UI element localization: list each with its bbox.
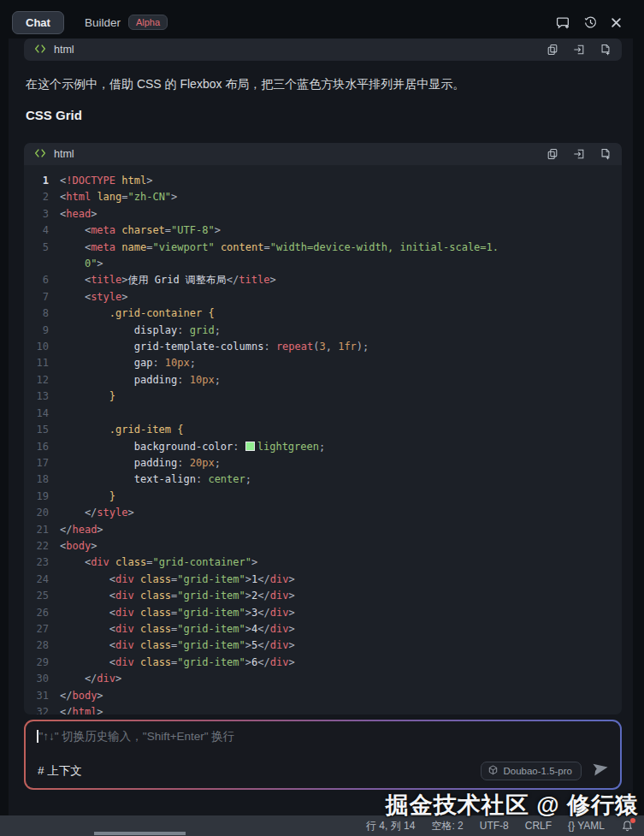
copy-icon[interactable]: [547, 148, 558, 160]
code-line: 30 </div>: [24, 671, 622, 687]
line-number: 16: [24, 439, 60, 455]
code-line-text: <head>: [60, 206, 622, 222]
code-block-actions: [547, 44, 612, 56]
history-icon[interactable]: [583, 15, 598, 30]
line-number: 28: [24, 637, 60, 654]
code-line: 11 gap: 10px;: [24, 355, 622, 371]
status-item[interactable]: 空格: 2: [431, 819, 463, 833]
code-line-text: <meta charset="UTF-8">: [60, 222, 622, 239]
code-line-text: <div class="grid-item">5</div>: [60, 637, 622, 654]
line-number: 20: [24, 505, 60, 521]
code-line: 21</head>: [24, 522, 622, 538]
code-line-text: }: [60, 388, 622, 405]
code-line-text: padding: 10px;: [60, 372, 622, 388]
code-line: 0">: [24, 256, 622, 272]
status-item[interactable]: UTF-8: [480, 820, 509, 832]
code-line: 23 <div class="grid-container">: [24, 554, 622, 571]
code-line: 27 <div class="grid-item">4</div>: [24, 621, 622, 637]
line-number: 12: [24, 372, 60, 388]
code-line-text: <body>: [60, 538, 622, 554]
line-number: 9: [24, 323, 60, 339]
code-line-text: </html>: [60, 704, 622, 714]
line-number: 18: [24, 471, 60, 488]
context-button[interactable]: # 上下文: [38, 763, 82, 779]
code-block: html 1<!DOCTYPE html>2<html lang="zh-CN"…: [24, 143, 622, 714]
code-line-text: </style>: [60, 505, 622, 521]
new-file-icon[interactable]: [600, 148, 612, 160]
code-line: 32</html>: [24, 704, 622, 714]
code-line-text: <div class="grid-item">1</div>: [60, 572, 622, 588]
copy-icon[interactable]: [547, 44, 558, 56]
notifications-bell-icon[interactable]: [621, 820, 634, 833]
line-number: 17: [24, 455, 60, 471]
tab-builder[interactable]: Builder: [85, 16, 121, 29]
code-brackets-icon: [34, 146, 46, 162]
code-block-header: html: [24, 143, 622, 165]
cube-icon: [488, 765, 498, 777]
line-number: 22: [24, 538, 60, 554]
code-line: 19 }: [24, 489, 622, 505]
titlebar-actions: [556, 15, 634, 30]
line-number: 21: [24, 522, 60, 538]
model-selector[interactable]: Doubao-1.5-pro: [481, 762, 582, 780]
assistant-paragraph: 在这个示例中，借助 CSS 的 Flexbox 布局，把三个蓝色方块水平排列并居…: [26, 77, 616, 92]
code-line: 17 padding: 20px;: [24, 455, 622, 471]
line-number: 23: [24, 554, 60, 571]
code-line: 15 .grid-item {: [24, 422, 622, 438]
code-line: 18 text-align: center;: [24, 471, 622, 488]
code-line-text: <!DOCTYPE html>: [60, 173, 622, 189]
code-line: 6 <title>使用 Grid 调整布局</title>: [24, 272, 622, 288]
send-icon[interactable]: [593, 762, 609, 780]
code-line: 25 <div class="grid-item">2</div>: [24, 588, 622, 604]
status-item[interactable]: CRLF: [525, 820, 552, 832]
code-line-text: </head>: [60, 522, 622, 538]
line-number: 24: [24, 572, 60, 588]
code-line-text: <div class="grid-container">: [60, 554, 622, 571]
color-swatch-lightgreen[interactable]: [245, 442, 255, 451]
line-number: 6: [24, 272, 60, 288]
code-line: 29 <div class="grid-item">6</div>: [24, 655, 622, 671]
code-brackets-icon: [34, 42, 46, 57]
code-line: 20 </style>: [24, 505, 622, 521]
code-line: 26 <div class="grid-item">3</div>: [24, 605, 622, 621]
insert-into-editor-icon[interactable]: [573, 44, 585, 56]
code-line-text: .grid-item {: [60, 422, 622, 438]
code-line-text: 0">: [60, 256, 622, 272]
code-line-text: display: grid;: [60, 323, 622, 339]
tab-chat[interactable]: Chat: [12, 11, 64, 34]
code-language-label: html: [54, 44, 74, 56]
new-chat-icon[interactable]: [556, 15, 570, 30]
code-line: 28 <div class="grid-item">5</div>: [24, 637, 622, 654]
line-number: 8: [24, 305, 60, 322]
code-line: 5 <meta name="viewport" content="width=d…: [24, 240, 622, 256]
code-line-text: text-align: center;: [60, 471, 622, 488]
status-item[interactable]: 行 4, 列 14: [366, 819, 415, 833]
code-line: 31</body>: [24, 688, 622, 704]
line-number: 14: [24, 406, 60, 422]
code-line-text: }: [60, 489, 622, 505]
close-icon[interactable]: [611, 17, 622, 28]
insert-into-editor-icon[interactable]: [573, 148, 585, 160]
line-number: [24, 256, 60, 272]
code-line: 9 display: grid;: [24, 323, 622, 339]
status-item[interactable]: {} YAML: [568, 820, 605, 832]
horizontal-scrollbar-thumb[interactable]: [94, 832, 186, 835]
composer-border: "↑↓" 切换历史输入，"Shift+Enter" 换行 # 上下文 Douba…: [24, 720, 622, 790]
code-line-text: gap: 10px;: [60, 355, 622, 371]
line-number: 15: [24, 422, 60, 438]
line-number: 25: [24, 588, 60, 604]
code-line: 13 }: [24, 388, 622, 405]
chat-input[interactable]: "↑↓" 切换历史输入，"Shift+Enter" 换行: [37, 729, 609, 744]
code-line: 10 grid-template-columns: repeat(3, 1fr)…: [24, 339, 622, 355]
code-line: 2<html lang="zh-CN">: [24, 189, 622, 205]
code-line-text: <meta name="viewport" content="width=dev…: [60, 240, 622, 256]
new-file-icon[interactable]: [600, 44, 612, 56]
code-line: 24 <div class="grid-item">1</div>: [24, 572, 622, 588]
code-block-actions: [547, 148, 612, 160]
line-number: 26: [24, 605, 60, 621]
code-line: 3<head>: [24, 206, 622, 222]
code-line: 1<!DOCTYPE html>: [24, 173, 622, 189]
input-placeholder: "↑↓" 切换历史输入，"Shift+Enter" 换行: [39, 730, 235, 743]
line-number: 32: [24, 704, 60, 714]
text-caret: [37, 730, 38, 743]
